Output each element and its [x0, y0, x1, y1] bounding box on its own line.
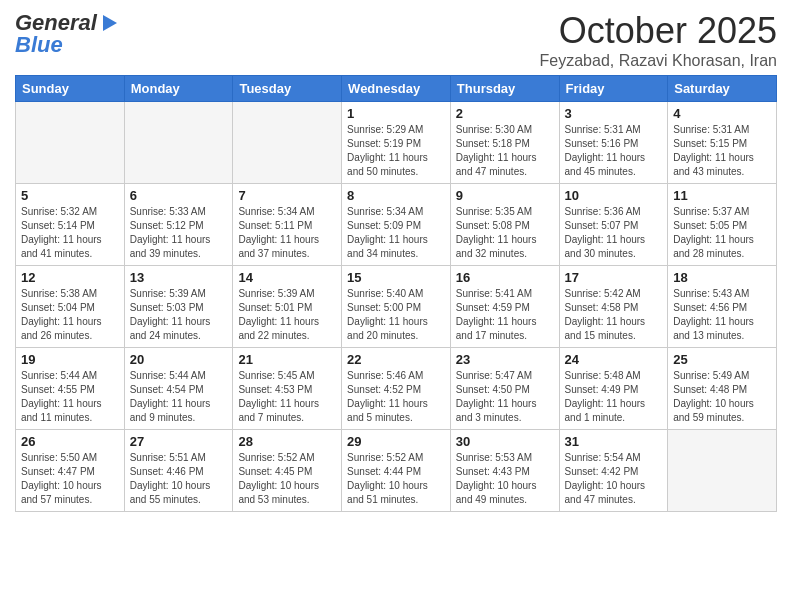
- calendar-cell: 9Sunrise: 5:35 AMSunset: 5:08 PMDaylight…: [450, 184, 559, 266]
- calendar-cell: 19Sunrise: 5:44 AMSunset: 4:55 PMDayligh…: [16, 348, 125, 430]
- day-number: 16: [456, 270, 554, 285]
- day-info: Sunrise: 5:29 AMSunset: 5:19 PMDaylight:…: [347, 123, 445, 179]
- day-number: 7: [238, 188, 336, 203]
- calendar-cell: 10Sunrise: 5:36 AMSunset: 5:07 PMDayligh…: [559, 184, 668, 266]
- day-number: 13: [130, 270, 228, 285]
- day-info: Sunrise: 5:53 AMSunset: 4:43 PMDaylight:…: [456, 451, 554, 507]
- calendar-cell: 5Sunrise: 5:32 AMSunset: 5:14 PMDaylight…: [16, 184, 125, 266]
- title-block: October 2025 Feyzabad, Razavi Khorasan, …: [540, 10, 777, 70]
- month-title: October 2025: [540, 10, 777, 52]
- day-number: 4: [673, 106, 771, 121]
- calendar-cell: [233, 102, 342, 184]
- calendar-cell: 30Sunrise: 5:53 AMSunset: 4:43 PMDayligh…: [450, 430, 559, 512]
- calendar-cell: 15Sunrise: 5:40 AMSunset: 5:00 PMDayligh…: [342, 266, 451, 348]
- day-number: 31: [565, 434, 663, 449]
- calendar-cell: 13Sunrise: 5:39 AMSunset: 5:03 PMDayligh…: [124, 266, 233, 348]
- day-info: Sunrise: 5:36 AMSunset: 5:07 PMDaylight:…: [565, 205, 663, 261]
- day-number: 12: [21, 270, 119, 285]
- day-number: 30: [456, 434, 554, 449]
- day-info: Sunrise: 5:34 AMSunset: 5:11 PMDaylight:…: [238, 205, 336, 261]
- calendar-cell: 4Sunrise: 5:31 AMSunset: 5:15 PMDaylight…: [668, 102, 777, 184]
- calendar-cell: 25Sunrise: 5:49 AMSunset: 4:48 PMDayligh…: [668, 348, 777, 430]
- calendar-cell: 3Sunrise: 5:31 AMSunset: 5:16 PMDaylight…: [559, 102, 668, 184]
- calendar-week-row: 1Sunrise: 5:29 AMSunset: 5:19 PMDaylight…: [16, 102, 777, 184]
- calendar-cell: [124, 102, 233, 184]
- day-number: 14: [238, 270, 336, 285]
- day-info: Sunrise: 5:49 AMSunset: 4:48 PMDaylight:…: [673, 369, 771, 425]
- day-info: Sunrise: 5:54 AMSunset: 4:42 PMDaylight:…: [565, 451, 663, 507]
- weekday-header-row: SundayMondayTuesdayWednesdayThursdayFrid…: [16, 76, 777, 102]
- day-info: Sunrise: 5:46 AMSunset: 4:52 PMDaylight:…: [347, 369, 445, 425]
- calendar-cell: [668, 430, 777, 512]
- day-number: 20: [130, 352, 228, 367]
- day-info: Sunrise: 5:34 AMSunset: 5:09 PMDaylight:…: [347, 205, 445, 261]
- day-number: 22: [347, 352, 445, 367]
- weekday-header-friday: Friday: [559, 76, 668, 102]
- day-info: Sunrise: 5:38 AMSunset: 5:04 PMDaylight:…: [21, 287, 119, 343]
- calendar-cell: 8Sunrise: 5:34 AMSunset: 5:09 PMDaylight…: [342, 184, 451, 266]
- calendar-cell: 16Sunrise: 5:41 AMSunset: 4:59 PMDayligh…: [450, 266, 559, 348]
- page-container: General Blue October 2025 Feyzabad, Raza…: [0, 0, 792, 522]
- day-number: 21: [238, 352, 336, 367]
- day-number: 8: [347, 188, 445, 203]
- day-info: Sunrise: 5:31 AMSunset: 5:15 PMDaylight:…: [673, 123, 771, 179]
- logo: General Blue: [15, 10, 117, 58]
- day-info: Sunrise: 5:51 AMSunset: 4:46 PMDaylight:…: [130, 451, 228, 507]
- day-info: Sunrise: 5:44 AMSunset: 4:54 PMDaylight:…: [130, 369, 228, 425]
- calendar-week-row: 5Sunrise: 5:32 AMSunset: 5:14 PMDaylight…: [16, 184, 777, 266]
- day-number: 10: [565, 188, 663, 203]
- calendar-cell: 18Sunrise: 5:43 AMSunset: 4:56 PMDayligh…: [668, 266, 777, 348]
- day-number: 18: [673, 270, 771, 285]
- weekday-header-saturday: Saturday: [668, 76, 777, 102]
- calendar-cell: 6Sunrise: 5:33 AMSunset: 5:12 PMDaylight…: [124, 184, 233, 266]
- calendar-cell: 20Sunrise: 5:44 AMSunset: 4:54 PMDayligh…: [124, 348, 233, 430]
- calendar-cell: 1Sunrise: 5:29 AMSunset: 5:19 PMDaylight…: [342, 102, 451, 184]
- day-info: Sunrise: 5:52 AMSunset: 4:45 PMDaylight:…: [238, 451, 336, 507]
- day-info: Sunrise: 5:33 AMSunset: 5:12 PMDaylight:…: [130, 205, 228, 261]
- calendar-week-row: 26Sunrise: 5:50 AMSunset: 4:47 PMDayligh…: [16, 430, 777, 512]
- day-number: 2: [456, 106, 554, 121]
- day-number: 9: [456, 188, 554, 203]
- calendar-cell: [16, 102, 125, 184]
- calendar-cell: 22Sunrise: 5:46 AMSunset: 4:52 PMDayligh…: [342, 348, 451, 430]
- day-info: Sunrise: 5:40 AMSunset: 5:00 PMDaylight:…: [347, 287, 445, 343]
- weekday-header-tuesday: Tuesday: [233, 76, 342, 102]
- day-info: Sunrise: 5:47 AMSunset: 4:50 PMDaylight:…: [456, 369, 554, 425]
- day-info: Sunrise: 5:39 AMSunset: 5:01 PMDaylight:…: [238, 287, 336, 343]
- calendar-week-row: 19Sunrise: 5:44 AMSunset: 4:55 PMDayligh…: [16, 348, 777, 430]
- weekday-header-wednesday: Wednesday: [342, 76, 451, 102]
- calendar-cell: 28Sunrise: 5:52 AMSunset: 4:45 PMDayligh…: [233, 430, 342, 512]
- day-number: 26: [21, 434, 119, 449]
- weekday-header-monday: Monday: [124, 76, 233, 102]
- weekday-header-sunday: Sunday: [16, 76, 125, 102]
- day-info: Sunrise: 5:52 AMSunset: 4:44 PMDaylight:…: [347, 451, 445, 507]
- logo-arrow: [103, 15, 117, 31]
- day-info: Sunrise: 5:48 AMSunset: 4:49 PMDaylight:…: [565, 369, 663, 425]
- day-info: Sunrise: 5:45 AMSunset: 4:53 PMDaylight:…: [238, 369, 336, 425]
- day-number: 5: [21, 188, 119, 203]
- calendar-cell: 7Sunrise: 5:34 AMSunset: 5:11 PMDaylight…: [233, 184, 342, 266]
- day-info: Sunrise: 5:50 AMSunset: 4:47 PMDaylight:…: [21, 451, 119, 507]
- calendar-cell: 17Sunrise: 5:42 AMSunset: 4:58 PMDayligh…: [559, 266, 668, 348]
- weekday-header-thursday: Thursday: [450, 76, 559, 102]
- calendar-cell: 27Sunrise: 5:51 AMSunset: 4:46 PMDayligh…: [124, 430, 233, 512]
- day-info: Sunrise: 5:42 AMSunset: 4:58 PMDaylight:…: [565, 287, 663, 343]
- header: General Blue October 2025 Feyzabad, Raza…: [15, 10, 777, 70]
- calendar-cell: 31Sunrise: 5:54 AMSunset: 4:42 PMDayligh…: [559, 430, 668, 512]
- day-info: Sunrise: 5:43 AMSunset: 4:56 PMDaylight:…: [673, 287, 771, 343]
- calendar-cell: 29Sunrise: 5:52 AMSunset: 4:44 PMDayligh…: [342, 430, 451, 512]
- day-info: Sunrise: 5:35 AMSunset: 5:08 PMDaylight:…: [456, 205, 554, 261]
- calendar-cell: 23Sunrise: 5:47 AMSunset: 4:50 PMDayligh…: [450, 348, 559, 430]
- day-info: Sunrise: 5:31 AMSunset: 5:16 PMDaylight:…: [565, 123, 663, 179]
- day-number: 25: [673, 352, 771, 367]
- day-info: Sunrise: 5:32 AMSunset: 5:14 PMDaylight:…: [21, 205, 119, 261]
- day-number: 11: [673, 188, 771, 203]
- day-number: 6: [130, 188, 228, 203]
- calendar-week-row: 12Sunrise: 5:38 AMSunset: 5:04 PMDayligh…: [16, 266, 777, 348]
- calendar-cell: 26Sunrise: 5:50 AMSunset: 4:47 PMDayligh…: [16, 430, 125, 512]
- calendar-cell: 2Sunrise: 5:30 AMSunset: 5:18 PMDaylight…: [450, 102, 559, 184]
- day-number: 1: [347, 106, 445, 121]
- day-number: 24: [565, 352, 663, 367]
- calendar-table: SundayMondayTuesdayWednesdayThursdayFrid…: [15, 75, 777, 512]
- day-info: Sunrise: 5:44 AMSunset: 4:55 PMDaylight:…: [21, 369, 119, 425]
